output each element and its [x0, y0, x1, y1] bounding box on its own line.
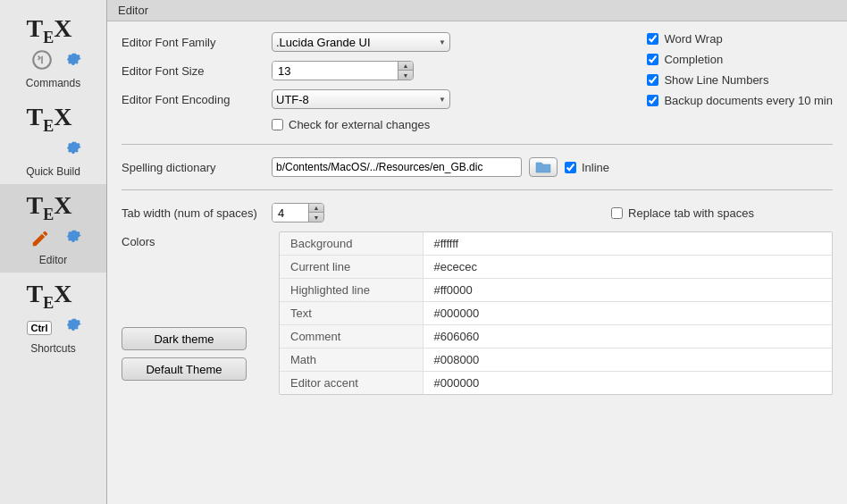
colors-label: Colors — [122, 235, 155, 248]
check-external-row: Check for external changes — [122, 118, 611, 131]
word-wrap-checkbox[interactable] — [647, 33, 658, 45]
word-wrap-row[interactable]: Word Wrap — [647, 32, 833, 46]
commands-icon-area: TEX — [18, 13, 89, 75]
colors-table-row[interactable]: Math #008000 — [280, 349, 832, 372]
right-col: Word Wrap Completion Show Line Numbers B… — [647, 32, 833, 131]
replace-tab-checkbox[interactable] — [611, 207, 623, 219]
gear-icon-commands — [63, 48, 86, 71]
tex-logo-shortcuts: TEX — [27, 281, 72, 311]
colors-section: Colors Dark theme Default Theme Backgrou… — [122, 231, 833, 395]
tab-width-spinner-buttons: ▲ ▼ — [308, 204, 323, 222]
color-value-cell: #000000 — [423, 372, 832, 395]
tab-width-row: Tab width (num of spaces) ▲ ▼ Replace ta… — [122, 203, 833, 223]
sidebar-item-shortcuts[interactable]: TEX Ctrl Shortcuts — [0, 273, 106, 361]
tex-logo-editor: TEX — [27, 193, 72, 223]
quick-build-icon-area: TEX — [18, 101, 89, 164]
colors-label-area: Colors Dark theme Default Theme — [122, 231, 264, 381]
shortcuts-icon-area: TEX Ctrl — [18, 278, 89, 340]
tex-logo-commands: TEX — [27, 16, 72, 46]
color-value-cell: #ff0000 — [423, 279, 832, 302]
folder-icon — [535, 161, 551, 173]
editor-icon-area: TEX — [18, 189, 89, 252]
colors-table-area: Background #ffffff Current line #ececec … — [279, 231, 833, 395]
main-panel: Editor Editor Font Family .Lucida Grande… — [107, 0, 847, 504]
sidebar-item-editor[interactable]: TEX Editor — [0, 184, 106, 273]
sidebar-item-editor-label: Editor — [39, 254, 67, 266]
backup-checkbox[interactable] — [647, 95, 658, 106]
color-name-cell: Current line — [280, 256, 423, 279]
font-size-row: Editor Font Size ▲ ▼ — [122, 61, 611, 80]
top-two-col: Editor Font Family .Lucida Grande UI Edi… — [122, 32, 833, 131]
completion-checkbox[interactable] — [647, 54, 658, 65]
separator-2 — [122, 189, 833, 190]
show-line-numbers-checkbox[interactable] — [647, 74, 658, 86]
default-theme-btn[interactable]: Default Theme — [122, 357, 247, 381]
font-size-spinner-buttons: ▲ ▼ — [398, 62, 413, 80]
font-size-input[interactable] — [273, 62, 398, 80]
panel-title: Editor — [107, 0, 847, 21]
colors-table-row[interactable]: Editor accent #000000 — [280, 372, 832, 395]
font-family-select-wrapper: .Lucida Grande UI — [272, 32, 450, 52]
color-name-cell: Math — [280, 349, 423, 372]
color-value-cell: #ececec — [423, 256, 832, 279]
tex-logo-quick-build: TEX — [27, 105, 72, 134]
colors-table-row[interactable]: Text #000000 — [280, 302, 832, 325]
tab-width-label: Tab width (num of spaces) — [122, 206, 264, 220]
color-value-cell: #008000 — [423, 349, 832, 372]
backup-row[interactable]: Backup documents every 10 min — [647, 94, 833, 107]
colors-table-row[interactable]: Current line #ececec — [280, 256, 832, 279]
color-name-cell: Editor accent — [280, 372, 423, 395]
tab-width-down-btn[interactable]: ▼ — [309, 213, 323, 222]
font-size-label: Editor Font Size — [122, 64, 264, 78]
ctrl-badge: Ctrl — [27, 321, 53, 335]
colors-table-row[interactable]: Background #ffffff — [280, 232, 832, 256]
color-value-cell: #606060 — [423, 325, 832, 349]
check-external-checkbox[interactable] — [272, 119, 283, 130]
font-family-row: Editor Font Family .Lucida Grande UI — [122, 32, 611, 52]
tab-width-input[interactable] — [273, 204, 308, 222]
dark-theme-btn[interactable]: Dark theme — [122, 327, 247, 350]
left-col: Editor Font Family .Lucida Grande UI Edi… — [122, 32, 611, 131]
color-value-cell: #000000 — [423, 302, 832, 325]
sidebar-item-commands-label: Commands — [26, 77, 80, 89]
color-name-cell: Background — [280, 232, 423, 256]
color-name-cell: Text — [280, 302, 423, 325]
font-encoding-row: Editor Font Encoding UTF-8 — [122, 89, 611, 109]
inline-row[interactable]: Inline — [565, 161, 609, 174]
font-size-up-btn[interactable]: ▲ — [398, 62, 413, 71]
tool-icon-commands — [30, 48, 54, 71]
tab-width-spinner: ▲ ▼ — [272, 203, 324, 223]
inline-checkbox[interactable] — [565, 162, 576, 173]
check-external-label[interactable]: Check for external changes — [272, 118, 430, 131]
colors-table-row[interactable]: Highlighted line #ff0000 — [280, 279, 832, 302]
font-family-select[interactable]: .Lucida Grande UI — [272, 32, 450, 52]
spelling-folder-btn[interactable] — [529, 157, 558, 177]
replace-tab-row[interactable]: Replace tab with spaces — [611, 206, 754, 220]
sidebar: TEX Commands TEX Quick Build TEX — [0, 0, 107, 504]
font-size-down-btn[interactable]: ▼ — [398, 71, 413, 80]
pencil-icon-editor — [30, 229, 50, 248]
completion-row[interactable]: Completion — [647, 53, 833, 66]
sidebar-item-quick-build-label: Quick Build — [26, 165, 80, 178]
gear-icon-shortcuts — [63, 314, 86, 337]
show-line-numbers-row[interactable]: Show Line Numbers — [647, 73, 833, 87]
color-name-cell: Highlighted line — [280, 279, 423, 302]
gear-icon-quick-build — [63, 137, 86, 160]
color-value-cell: #ffffff — [423, 232, 832, 256]
sidebar-item-shortcuts-label: Shortcuts — [30, 342, 76, 355]
gear-icon-editor — [63, 225, 86, 248]
colors-table-row[interactable]: Comment #606060 — [280, 325, 832, 349]
separator-1 — [122, 144, 833, 145]
font-size-spinner: ▲ ▼ — [272, 61, 414, 80]
spelling-row: Spelling dictionary Inline — [122, 157, 833, 177]
tab-width-up-btn[interactable]: ▲ — [309, 204, 323, 213]
color-name-cell: Comment — [280, 325, 423, 349]
panel-body: Editor Font Family .Lucida Grande UI Edi… — [107, 21, 847, 504]
font-encoding-select-wrapper: UTF-8 — [272, 89, 450, 109]
spelling-path-input[interactable] — [272, 157, 522, 177]
colors-table: Background #ffffff Current line #ececec … — [280, 232, 832, 394]
font-family-label: Editor Font Family — [122, 36, 264, 49]
sidebar-item-quick-build[interactable]: TEX Quick Build — [0, 96, 106, 184]
sidebar-item-commands[interactable]: TEX Commands — [0, 7, 106, 96]
font-encoding-select[interactable]: UTF-8 — [272, 89, 450, 109]
